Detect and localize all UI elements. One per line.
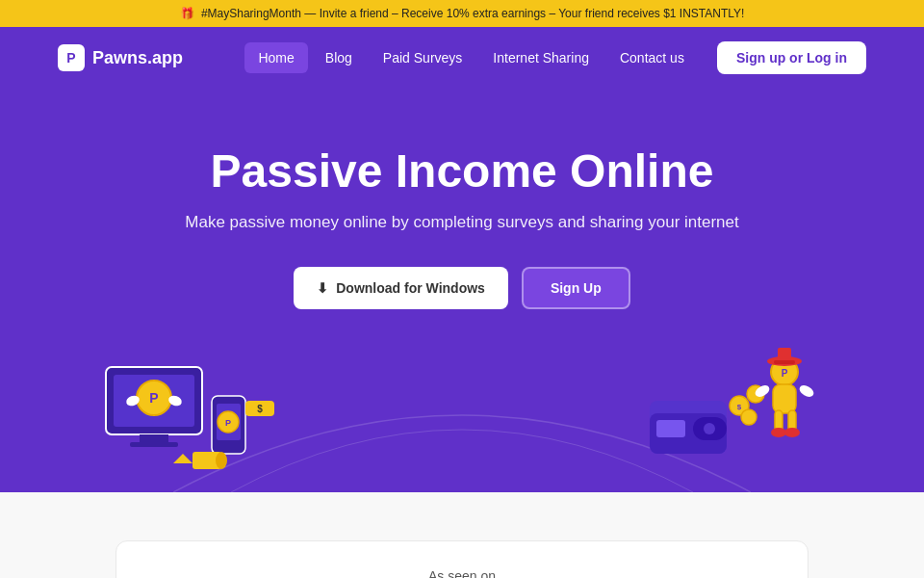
hero-heading-text: Passive Income Online <box>211 145 714 197</box>
svg-text:P: P <box>782 368 788 379</box>
download-icon: ⬇ <box>317 280 328 296</box>
svg-rect-3 <box>130 442 178 447</box>
svg-text:$: $ <box>257 404 263 414</box>
svg-text:P: P <box>149 390 158 406</box>
nav-internet-sharing[interactable]: Internet Sharing <box>479 42 603 73</box>
svg-rect-21 <box>656 420 685 437</box>
announcement-bar: 🎁 #MaySharingMonth — Invite a friend – R… <box>0 0 924 27</box>
logo[interactable]: P Pawns.app <box>58 44 183 71</box>
as-seen-on-section: As seen on FOX BENZINGA Market Watch ◼ D… <box>116 540 808 578</box>
svg-point-16 <box>216 452 227 469</box>
nav-paid-surveys[interactable]: Paid Surveys <box>370 42 475 73</box>
hero-left-illustration: P P $ <box>96 348 289 492</box>
hero-subheading: Make passive money online by completing … <box>58 213 866 232</box>
svg-rect-28 <box>773 384 796 413</box>
hero-buttons: ⬇ Download for Windows Sign Up <box>58 267 866 309</box>
hero-section: Passive Income Online Make passive money… <box>0 89 924 492</box>
hero-heading: Passive Income Online <box>58 146 866 197</box>
svg-text:$: $ <box>737 403 742 411</box>
svg-point-25 <box>741 409 757 425</box>
nav-blog[interactable]: Blog <box>312 42 366 73</box>
svg-point-32 <box>784 428 800 437</box>
logo-text: Pawns.app <box>92 48 183 68</box>
nav-signup-button[interactable]: Sign up or Log in <box>717 41 866 74</box>
as-seen-on-title: As seen on <box>155 568 769 578</box>
gift-icon: 🎁 <box>180 7 194 20</box>
nav-home[interactable]: Home <box>244 42 307 73</box>
announcement-text: #MaySharingMonth — Invite a friend – Rec… <box>201 7 745 20</box>
signup-button[interactable]: Sign Up <box>522 267 630 309</box>
svg-point-20 <box>704 423 715 434</box>
download-button[interactable]: ⬇ Download for Windows <box>294 267 508 309</box>
nav-links: Home Blog Paid Surveys Internet Sharing … <box>244 41 866 74</box>
svg-point-34 <box>798 382 816 399</box>
svg-rect-37 <box>774 360 795 364</box>
logo-icon: P <box>58 44 85 71</box>
as-seen-on-wrapper: As seen on FOX BENZINGA Market Watch ◼ D… <box>0 492 924 578</box>
svg-text:P: P <box>225 418 231 428</box>
svg-marker-14 <box>173 454 192 463</box>
svg-point-31 <box>771 428 786 437</box>
hero-illustrations: P P $ <box>58 338 866 492</box>
nav-contact[interactable]: Contact us <box>606 42 698 73</box>
navigation: P Pawns.app Home Blog Paid Surveys Inter… <box>0 27 924 89</box>
hero-right-illustration: $ P <box>635 348 828 492</box>
